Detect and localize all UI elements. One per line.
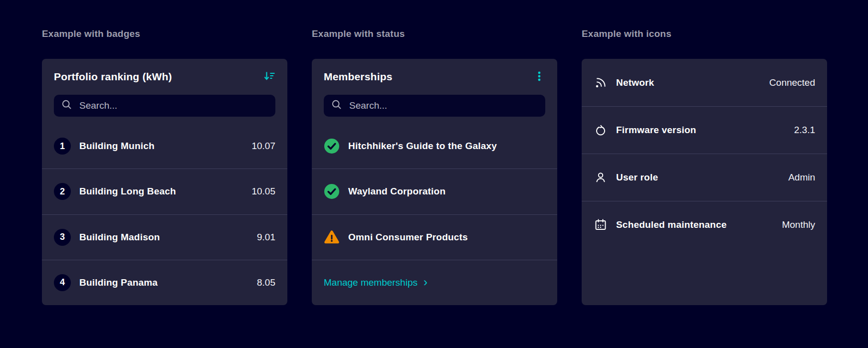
rank-badge: 1: [54, 138, 71, 155]
column-status: Example with status Memberships: [312, 28, 557, 305]
sort-descending-icon: [263, 70, 276, 84]
portfolio-search-input[interactable]: [79, 100, 268, 111]
info-value: Connected: [769, 77, 815, 88]
section-heading-icons: Example with icons: [582, 28, 827, 40]
warning-triangle-icon: [324, 229, 340, 245]
page: Example with badges Portfolio ranking (k…: [0, 0, 868, 348]
network-signal-icon: [594, 76, 608, 90]
firmware-refresh-icon: [594, 123, 608, 137]
section-heading-status: Example with status: [312, 28, 557, 40]
kwh-value: 10.07: [251, 141, 275, 152]
user-icon: [594, 171, 608, 184]
info-label: User role: [616, 172, 780, 183]
kwh-value: 8.05: [257, 277, 275, 288]
rank-badge: 4: [54, 274, 71, 291]
section-heading-badges: Example with badges: [42, 28, 287, 40]
kebab-menu-button[interactable]: [530, 68, 548, 86]
column-icons: Example with icons Network Connected: [582, 28, 827, 305]
list-item[interactable]: 3 Building Madison 9.01: [42, 214, 287, 260]
info-label: Scheduled maintenance: [616, 219, 773, 230]
membership-name: Wayland Corporation: [348, 186, 545, 197]
info-value: Monthly: [782, 219, 815, 230]
kwh-value: 9.01: [257, 232, 275, 243]
info-label: Network: [616, 77, 761, 88]
chevron-right-icon: ›: [424, 276, 428, 288]
device-info-list: Network Connected Firmware version 2.3.1: [582, 59, 827, 305]
card-footer: Manage memberships ›: [312, 260, 557, 305]
rank-badge: 2: [54, 183, 71, 200]
list-item: Network Connected: [582, 59, 827, 106]
kebab-menu-icon: [533, 70, 546, 84]
list-item: Scheduled maintenance Monthly: [582, 201, 827, 248]
memberships-card-title: Memberships: [324, 71, 393, 83]
check-circle-icon: [324, 183, 340, 199]
memberships-card-header: Memberships: [312, 59, 557, 95]
portfolio-search-box[interactable]: [54, 95, 275, 117]
building-name: Building Long Beach: [79, 186, 243, 197]
list-item[interactable]: Wayland Corporation: [312, 169, 557, 214]
list-item: User role Admin: [582, 154, 827, 201]
rank-badge: 3: [54, 229, 71, 246]
calendar-icon: [594, 218, 608, 232]
check-circle-icon: [324, 138, 340, 154]
building-name: Building Madison: [79, 232, 248, 243]
portfolio-card-header: Portfolio ranking (kWh): [42, 59, 287, 95]
kwh-value: 10.05: [251, 186, 275, 197]
memberships-search-wrap: [312, 95, 557, 117]
memberships-list: Hitchhiker's Guide to the Galaxy Wayland…: [312, 124, 557, 305]
info-value: Admin: [788, 172, 815, 183]
example-columns: Example with badges Portfolio ranking (k…: [42, 28, 827, 305]
info-label: Firmware version: [616, 125, 786, 136]
card-empty-space: [582, 248, 827, 305]
memberships-card: Memberships: [312, 59, 557, 305]
building-name: Building Munich: [79, 141, 243, 152]
manage-memberships-label: Manage memberships: [324, 277, 418, 288]
search-icon: [331, 99, 342, 112]
portfolio-list: 1 Building Munich 10.07 2 Building Long …: [42, 124, 287, 305]
memberships-search-input[interactable]: [349, 100, 538, 111]
info-value: 2.3.1: [794, 125, 815, 136]
list-item[interactable]: Hitchhiker's Guide to the Galaxy: [312, 124, 557, 169]
manage-memberships-link[interactable]: Manage memberships ›: [324, 277, 428, 289]
list-item[interactable]: 4 Building Panama 8.05: [42, 260, 287, 305]
building-name: Building Panama: [79, 277, 248, 288]
device-info-card: Network Connected Firmware version 2.3.1: [582, 59, 827, 305]
memberships-search-box[interactable]: [324, 95, 545, 117]
search-icon: [61, 99, 72, 112]
sort-descending-button[interactable]: [260, 68, 278, 86]
column-badges: Example with badges Portfolio ranking (k…: [42, 28, 287, 305]
membership-name: Hitchhiker's Guide to the Galaxy: [348, 141, 545, 152]
list-item: Firmware version 2.3.1: [582, 106, 827, 154]
portfolio-ranking-card: Portfolio ranking (kWh): [42, 59, 287, 305]
list-item[interactable]: 2 Building Long Beach 10.05: [42, 169, 287, 214]
list-item[interactable]: 1 Building Munich 10.07: [42, 124, 287, 169]
membership-name: Omni Consumer Products: [348, 232, 545, 243]
list-item[interactable]: Omni Consumer Products: [312, 214, 557, 260]
portfolio-card-title: Portfolio ranking (kWh): [54, 71, 172, 83]
portfolio-search-wrap: [42, 95, 287, 117]
